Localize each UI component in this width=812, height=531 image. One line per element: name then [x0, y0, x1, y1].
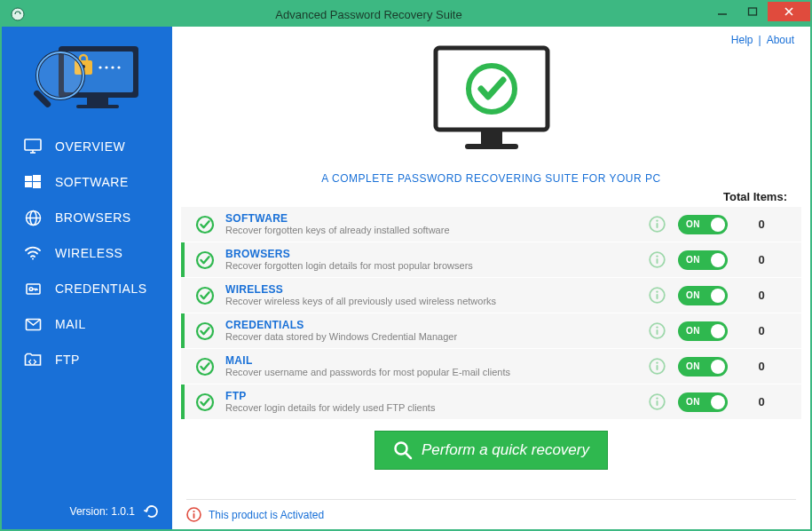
item-count: 0: [734, 360, 789, 373]
refresh-icon[interactable]: [144, 503, 160, 519]
svg-point-12: [99, 66, 101, 68]
category-title: FTP: [225, 390, 642, 402]
item-count: 0: [734, 218, 789, 231]
nav-software[interactable]: SOFTWARE: [2, 164, 172, 200]
toggle-label: ON: [686, 326, 700, 336]
svg-point-50: [656, 290, 658, 292]
svg-point-67: [193, 511, 194, 512]
svg-rect-55: [656, 329, 658, 335]
info-icon[interactable]: [642, 358, 672, 375]
maximize-button[interactable]: [737, 2, 768, 21]
sidebar: OVERVIEW SOFTWARE BROWSERS WIRELESS CRED…: [2, 27, 172, 529]
toggle-knob: [711, 289, 725, 303]
window-controls: [707, 2, 810, 27]
toggle-label: ON: [686, 361, 700, 371]
category-meta: MAILRecover username and passwords for m…: [217, 354, 642, 379]
logo: [2, 27, 172, 129]
nav-credentials[interactable]: CREDENTIALS: [2, 271, 172, 306]
item-count: 0: [734, 253, 789, 266]
check-icon: [193, 321, 217, 341]
category-title: SOFTWARE: [225, 212, 642, 225]
svg-point-42: [656, 219, 658, 221]
svg-line-4: [785, 8, 792, 15]
action-bar: Perform a quick recovery: [172, 420, 810, 470]
svg-rect-63: [656, 400, 658, 406]
category-desc: Recover login details for widely used FT…: [225, 402, 642, 414]
monitor-icon: [23, 137, 43, 156]
info-icon[interactable]: [642, 216, 672, 233]
category-title: WIRELESS: [225, 283, 642, 296]
category-meta: CREDENTIALSRecover data stored by Window…: [217, 319, 642, 344]
toggle-switch[interactable]: ON: [678, 321, 728, 341]
minimize-button[interactable]: [707, 2, 737, 21]
toggle-wrap: ON: [672, 286, 734, 305]
category-desc: Recover username and passwords for most …: [225, 367, 642, 378]
svg-rect-24: [25, 182, 32, 187]
info-icon[interactable]: [642, 251, 672, 268]
nav-wireless[interactable]: WIRELESS: [2, 235, 172, 271]
nav-label: OVERVIEW: [55, 139, 125, 154]
svg-rect-7: [87, 98, 108, 105]
svg-rect-19: [25, 139, 41, 150]
item-count: 0: [734, 289, 789, 302]
svg-point-62: [656, 397, 658, 399]
toggle-switch[interactable]: ON: [678, 357, 728, 376]
svg-point-15: [117, 66, 120, 68]
close-button[interactable]: [768, 2, 810, 21]
toggle-switch[interactable]: ON: [678, 286, 728, 305]
nav-overview[interactable]: OVERVIEW: [2, 129, 172, 164]
check-icon: [193, 215, 217, 234]
search-icon: [393, 440, 413, 460]
app-icon: [5, 2, 30, 27]
svg-rect-68: [193, 513, 195, 519]
nav-label: BROWSERS: [55, 210, 131, 225]
info-icon: [186, 507, 201, 522]
category-title: BROWSERS: [225, 248, 642, 260]
app-window: Advanced Password Recovery Suite: [0, 0, 812, 531]
svg-rect-51: [656, 294, 658, 299]
globe-icon: [23, 208, 43, 227]
svg-point-0: [12, 8, 24, 20]
toggle-label: ON: [686, 290, 700, 300]
toggle-label: ON: [686, 255, 700, 265]
toggle-switch[interactable]: ON: [678, 250, 728, 270]
check-icon: [193, 286, 217, 305]
check-icon: [193, 357, 217, 376]
svg-rect-25: [33, 182, 41, 188]
svg-point-13: [105, 66, 107, 68]
category-meta: SOFTWARERecover forgotten keys of alread…: [217, 212, 642, 237]
item-count: 0: [734, 324, 789, 337]
svg-rect-37: [481, 131, 502, 144]
category-row: WIRELESSRecover wireless keys of all pre…: [181, 278, 801, 313]
svg-rect-23: [33, 175, 41, 181]
category-row: CREDENTIALSRecover data stored by Window…: [181, 313, 801, 348]
category-meta: BROWSERSRecover forgotten login details …: [217, 248, 642, 273]
nav-label: FTP: [55, 353, 80, 367]
svg-rect-47: [656, 258, 658, 264]
toggle-switch[interactable]: ON: [678, 392, 728, 412]
nav-mail[interactable]: MAIL: [2, 306, 172, 342]
category-desc: Recover data stored by Windows Credentia…: [225, 331, 642, 343]
svg-rect-43: [656, 223, 658, 228]
info-icon[interactable]: [642, 322, 672, 339]
info-icon[interactable]: [642, 287, 672, 304]
svg-point-31: [29, 287, 33, 290]
category-row: MAILRecover username and passwords for m…: [181, 349, 801, 384]
info-icon[interactable]: [642, 393, 672, 410]
check-icon: [193, 250, 217, 270]
status-message: This product is Activated: [209, 509, 324, 521]
body: OVERVIEW SOFTWARE BROWSERS WIRELESS CRED…: [2, 27, 810, 529]
perform-recovery-button[interactable]: Perform a quick recovery: [374, 431, 608, 470]
category-row: FTPRecover login details for widely used…: [181, 384, 801, 419]
check-icon: [193, 392, 217, 412]
nav-browsers[interactable]: BROWSERS: [2, 200, 172, 235]
category-desc: Recover forgotten keys of already instal…: [225, 225, 642, 236]
toggle-knob: [711, 360, 725, 374]
nav-ftp[interactable]: FTP: [2, 342, 172, 377]
category-meta: FTPRecover login details for widely used…: [217, 390, 642, 415]
total-items-header: Total Items:: [723, 190, 787, 203]
sidebar-footer: Version: 1.0.1: [2, 494, 172, 529]
toggle-switch[interactable]: ON: [678, 215, 728, 234]
svg-rect-8: [76, 105, 119, 108]
svg-rect-2: [749, 8, 757, 15]
